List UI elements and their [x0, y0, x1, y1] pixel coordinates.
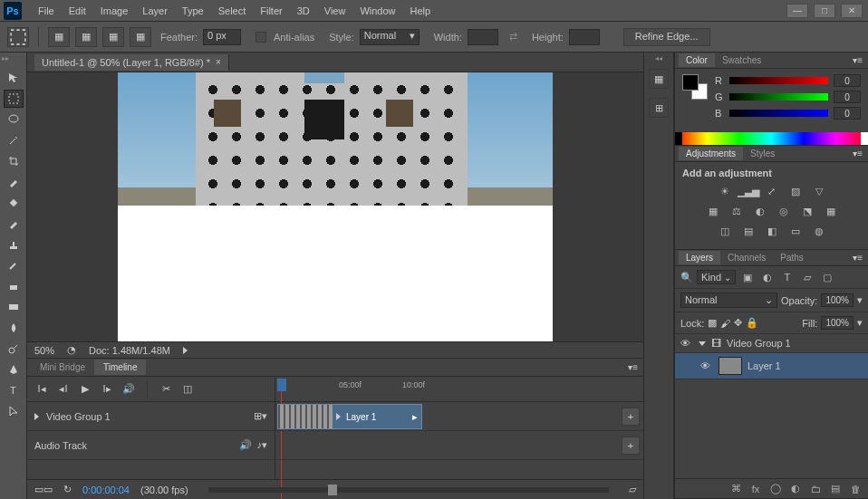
prev-frame-button[interactable]: ◂I	[56, 382, 71, 397]
tab-paths[interactable]: Paths	[773, 251, 811, 264]
exposure-adjustment-icon[interactable]: ▨	[787, 184, 804, 198]
threshold-adjustment-icon[interactable]: ◧	[764, 224, 780, 238]
new-selection-icon[interactable]: ▦	[48, 27, 70, 47]
dodge-tool[interactable]	[4, 340, 24, 358]
visibility-icon[interactable]: 👁	[680, 338, 693, 349]
menu-edit[interactable]: Edit	[62, 3, 93, 19]
minimize-button[interactable]: —	[786, 4, 808, 18]
filter-adjustment-icon[interactable]: ◐	[759, 270, 776, 284]
lock-transparency-icon[interactable]: ▩	[708, 317, 717, 329]
new-group-icon[interactable]: 🗀	[808, 482, 823, 496]
tab-color[interactable]: Color	[679, 53, 715, 67]
layer-thumbnail[interactable]	[719, 357, 742, 375]
magic-wand-tool[interactable]	[4, 131, 24, 149]
adjustments-panel-menu-icon[interactable]: ▾≡	[847, 149, 868, 158]
tab-layers[interactable]: Layers	[679, 251, 720, 264]
new-adjustment-layer-icon[interactable]: ◐	[788, 482, 803, 496]
height-input[interactable]	[569, 29, 600, 45]
healing-tool[interactable]	[4, 194, 24, 212]
render-icon[interactable]: ↻	[63, 484, 72, 495]
color-swatches[interactable]	[682, 74, 708, 100]
timeline-ruler[interactable]: 05:00f 10:00f	[275, 377, 643, 401]
visibility-icon[interactable]: 👁	[700, 360, 713, 371]
refine-edge-button[interactable]: Refine Edge...	[623, 28, 710, 46]
delete-layer-icon[interactable]: 🗑	[848, 482, 863, 496]
menu-file[interactable]: File	[31, 3, 62, 19]
lasso-tool[interactable]	[4, 110, 24, 129]
stamp-tool[interactable]	[4, 235, 24, 254]
hue-adjustment-icon[interactable]: ▦	[705, 204, 721, 218]
lock-all-icon[interactable]: 🔒	[746, 317, 758, 329]
r-slider[interactable]	[729, 77, 828, 84]
brush-tool[interactable]	[4, 215, 24, 233]
opacity-dropdown-icon[interactable]: ▾	[857, 294, 863, 306]
g-slider[interactable]	[729, 93, 828, 101]
color-panel-menu-icon[interactable]: ▾≡	[847, 55, 868, 65]
pen-tool[interactable]	[4, 360, 24, 379]
color-spectrum[interactable]	[675, 132, 868, 145]
document-tab[interactable]: Untitled-1 @ 50% (Layer 1, RGB/8#) * ×	[34, 54, 229, 71]
levels-adjustment-icon[interactable]: ▁▃▅	[740, 184, 757, 198]
curves-adjustment-icon[interactable]: ⤢	[764, 184, 780, 198]
add-audio-button[interactable]: +	[622, 437, 640, 455]
width-input[interactable]	[468, 29, 498, 45]
history-brush-tool[interactable]	[4, 256, 24, 274]
fill-dropdown-icon[interactable]: ▾	[857, 317, 863, 329]
canvas-area[interactable]	[27, 72, 643, 341]
move-tool[interactable]	[4, 69, 24, 87]
link-layers-icon[interactable]: ⌘	[728, 482, 743, 496]
filmstrip-icon[interactable]: ⊞▾	[254, 410, 267, 422]
gradient-map-adjustment-icon[interactable]: ▭	[787, 224, 804, 238]
audio-track-lane[interactable]: +	[275, 431, 643, 460]
timeline-menu-icon[interactable]: ▾≡	[622, 362, 643, 372]
color-balance-adjustment-icon[interactable]: ⚖	[728, 204, 745, 218]
antialias-checkbox[interactable]	[256, 32, 266, 43]
tool-preset-icon[interactable]	[7, 27, 29, 47]
brightness-adjustment-icon[interactable]: ☀	[717, 184, 733, 198]
filter-type-select[interactable]: Kind ⌄	[697, 270, 736, 284]
menu-type[interactable]: Type	[175, 3, 211, 19]
filter-shape-icon[interactable]: ▱	[799, 270, 815, 284]
search-icon[interactable]: 🔍	[680, 272, 693, 283]
new-layer-icon[interactable]: ▤	[828, 482, 843, 496]
layer-group-item[interactable]: 👁 🎞 Video Group 1	[675, 334, 868, 353]
eyedropper-tool[interactable]	[4, 173, 24, 191]
menu-view[interactable]: View	[317, 3, 353, 19]
video-clip[interactable]: Layer 1 ▸	[277, 404, 422, 429]
expand-group-icon[interactable]	[699, 341, 706, 346]
histogram-panel-icon[interactable]: ▦	[649, 69, 669, 89]
swap-icon[interactable]: ⇄	[509, 31, 517, 43]
b-slider[interactable]	[729, 110, 828, 117]
tab-channels[interactable]: Channels	[720, 251, 773, 264]
subtract-selection-icon[interactable]: ▦	[102, 27, 124, 47]
menu-help[interactable]: Help	[403, 3, 439, 19]
layer-style-icon[interactable]: fx	[748, 482, 763, 496]
menu-3d[interactable]: 3D	[290, 3, 317, 19]
canvas[interactable]	[118, 72, 553, 341]
expand-icon[interactable]	[34, 413, 39, 420]
play-button[interactable]: ▶	[78, 382, 92, 397]
video-track-lane[interactable]: Layer 1 ▸ +	[275, 402, 643, 431]
add-selection-icon[interactable]: ▦	[75, 27, 97, 47]
type-tool[interactable]: T	[4, 381, 24, 399]
fill-input[interactable]: 100%	[821, 316, 854, 330]
add-media-button[interactable]: +	[622, 408, 640, 426]
zoom-slider[interactable]	[208, 487, 609, 493]
marquee-tool[interactable]	[4, 90, 24, 108]
tab-mini-bridge[interactable]: Mini Bridge	[31, 360, 94, 375]
layer-mask-icon[interactable]: ◯	[768, 482, 783, 496]
g-value[interactable]: 0	[834, 91, 861, 103]
tab-adjustments[interactable]: Adjustments	[679, 147, 743, 160]
intersect-selection-icon[interactable]: ▦	[130, 27, 151, 47]
b-value[interactable]: 0	[834, 107, 861, 120]
menu-filter[interactable]: Filter	[253, 3, 289, 19]
eraser-tool[interactable]	[4, 277, 24, 295]
tab-timeline[interactable]: Timeline	[94, 360, 146, 375]
r-value[interactable]: 0	[834, 74, 861, 87]
info-flyout-icon[interactable]	[183, 347, 188, 354]
transition-button[interactable]: ◫	[180, 382, 195, 397]
gradient-tool[interactable]	[4, 298, 24, 316]
path-selection-tool[interactable]	[4, 402, 24, 420]
close-tab-icon[interactable]: ×	[216, 57, 221, 67]
zoom-level[interactable]: 50%	[34, 345, 54, 356]
